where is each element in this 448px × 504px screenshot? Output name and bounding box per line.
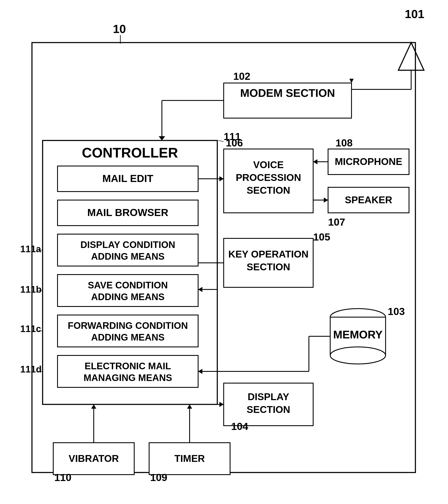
- electronic-mail-label: ELECTRONIC MAIL: [85, 361, 171, 371]
- mail-browser-label: MAIL BROWSER: [87, 207, 168, 218]
- save-condition-label: SAVE CONDITION: [88, 280, 168, 290]
- ref-102-label: 102: [233, 71, 250, 82]
- voice-procession-label: VOICE: [253, 159, 284, 170]
- mail-edit-label: MAIL EDIT: [102, 173, 153, 184]
- forwarding-condition-label2: ADDING MEANS: [91, 332, 165, 342]
- microphone-label: MICROPHONE: [335, 156, 402, 167]
- ref-110-label: 110: [54, 472, 71, 483]
- ref-104-label: 104: [231, 421, 248, 432]
- forwarding-condition-label: FORWARDING CONDITION: [68, 320, 188, 331]
- voice-procession-label3: SECTION: [247, 185, 290, 196]
- ref-107-label: 107: [328, 216, 345, 228]
- display-section-label2: SECTION: [247, 404, 290, 415]
- ref-111a-label: 111a: [20, 244, 41, 254]
- ref-111b-label: 111b: [20, 284, 41, 295]
- key-operation-label2: SECTION: [247, 261, 290, 272]
- ref-103-label: 103: [388, 306, 405, 317]
- modem-section-label: MODEM SECTION: [240, 87, 335, 99]
- ref-101-label: 101: [405, 7, 424, 21]
- ref-106-label: 106: [226, 137, 243, 148]
- memory-label: MEMORY: [333, 328, 383, 341]
- voice-procession-label2: PROCESSION: [236, 172, 301, 183]
- save-condition-label2: ADDING MEANS: [91, 292, 165, 302]
- timer-label: TIMER: [174, 453, 205, 464]
- diagram-container: 10 101 MODEM SECTION 102 CONTROLLER 111: [0, 0, 448, 504]
- ref-111c-label: 111c: [20, 324, 41, 334]
- vibrator-label: VIBRATOR: [69, 453, 119, 464]
- speaker-label: SPEAKER: [345, 194, 392, 205]
- svg-point-43: [330, 347, 386, 364]
- ref-111d-label: 111d: [20, 364, 41, 374]
- controller-label: CONTROLLER: [82, 145, 178, 161]
- ref-108-label: 108: [335, 137, 352, 148]
- electronic-mail-label2: MANAGING MEANS: [83, 373, 172, 383]
- display-section-label: DISPLAY: [248, 391, 289, 402]
- ref-109-label: 109: [150, 472, 167, 483]
- display-condition-label: DISPLAY CONDITION: [80, 239, 175, 250]
- ref-105-label: 105: [313, 231, 330, 243]
- display-condition-label2: ADDING MEANS: [91, 251, 165, 262]
- key-operation-label: KEY OPERATION: [228, 249, 309, 260]
- ref-10-label: 10: [113, 22, 126, 36]
